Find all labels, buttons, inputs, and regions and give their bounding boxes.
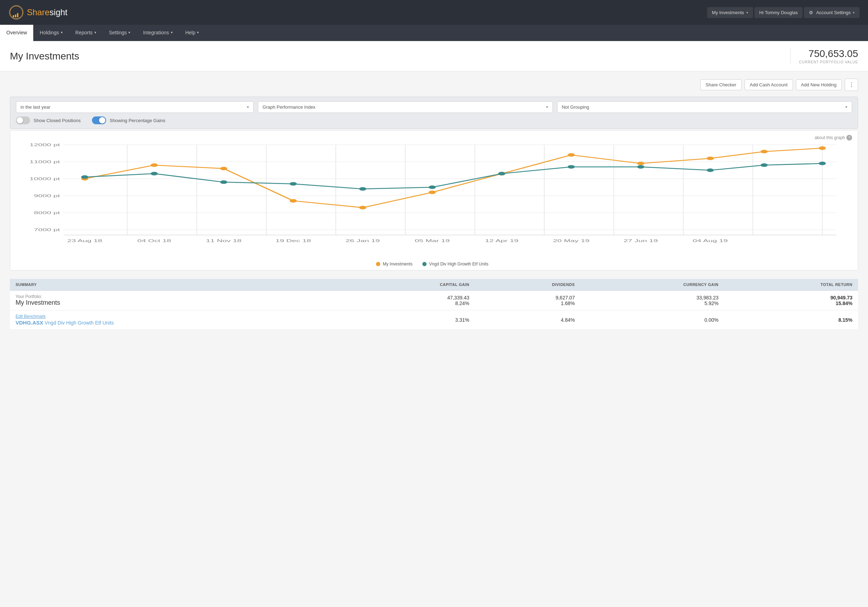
portfolio-label: CURRENT PORTFOLIO VALUE	[799, 60, 858, 64]
svg-point-58	[637, 165, 644, 168]
showing-percentage-toggle[interactable]	[92, 116, 106, 124]
svg-text:27 Jun 19: 27 Jun 19	[623, 239, 658, 243]
summary-table: SUMMARY CAPITAL GAIN DIVIDENDS CURRENCY …	[10, 279, 858, 329]
reports-arrow: ▾	[95, 30, 96, 34]
top-nav-right: My Investments ▾ Hi Tommy Douglas ⚙ Acco…	[707, 7, 860, 18]
my-investments-row: Your Portfolio: My Investments 47,339.43…	[10, 290, 858, 310]
my-investments-arrow: ▾	[746, 11, 748, 14]
svg-text:7000 pt: 7000 pt	[34, 228, 60, 232]
svg-text:26 Jan 19: 26 Jan 19	[346, 239, 380, 243]
benchmark-dividends-cell: 4.84%	[475, 310, 580, 329]
svg-text:9000 pt: 9000 pt	[34, 194, 60, 198]
svg-point-40	[220, 167, 227, 170]
svg-rect-2	[15, 14, 16, 17]
svg-point-56	[498, 172, 505, 175]
edit-benchmark-link[interactable]: Edit Benchmark	[16, 314, 343, 319]
toggle-row: Show Closed Positions Showing Percentage…	[16, 116, 852, 124]
svg-point-54	[359, 187, 366, 191]
time-range-arrow: ▾	[247, 105, 249, 109]
svg-text:8000 pt: 8000 pt	[34, 211, 60, 215]
showing-percentage-knob	[99, 117, 105, 124]
nav-integrations[interactable]: Integrations ▾	[136, 25, 178, 41]
nav-reports[interactable]: Reports ▾	[69, 25, 102, 41]
svg-point-43	[429, 190, 436, 194]
integrations-arrow: ▾	[171, 30, 173, 34]
logo-text: Sharesight	[27, 8, 68, 17]
svg-text:11 Nov 18: 11 Nov 18	[206, 239, 241, 243]
account-settings-button[interactable]: ⚙ Account Settings ▾	[804, 7, 860, 18]
currency-gain-header: CURRENCY GAIN	[580, 279, 724, 290]
svg-point-0	[9, 5, 23, 19]
portfolio-name-text: My Investments	[16, 299, 343, 306]
svg-text:19 Dec 18: 19 Dec 18	[276, 239, 311, 243]
time-range-select[interactable]: in the last year ▾	[16, 101, 254, 113]
graph-index-select[interactable]: Graph Performance Index ▾	[258, 101, 553, 113]
svg-text:12000 pt: 12000 pt	[30, 143, 60, 147]
page-header: My Investments 750,653.05 CURRENT PORTFO…	[0, 41, 868, 71]
grouping-select[interactable]: Not Grouping ▾	[557, 101, 852, 113]
logo-icon	[8, 5, 24, 20]
nav-help[interactable]: Help ▾	[179, 25, 206, 41]
filter-dropdowns-row: in the last year ▾ Graph Performance Ind…	[16, 101, 852, 113]
benchmark-row: Edit Benchmark VDHG.ASX Vngd Div High Gr…	[10, 310, 858, 329]
add-new-holding-button[interactable]: Add New Holding	[796, 79, 842, 90]
svg-point-53	[290, 182, 297, 185]
benchmark-currency-gain-cell: 0.00%	[580, 310, 724, 329]
svg-point-59	[707, 168, 714, 172]
svg-point-60	[761, 163, 767, 167]
account-settings-arrow: ▾	[853, 11, 854, 14]
svg-point-50	[81, 175, 88, 179]
settings-arrow: ▾	[129, 30, 130, 34]
share-checker-button[interactable]: Share Checker	[701, 79, 742, 90]
portfolio-name-cell: Your Portfolio: My Investments	[10, 290, 349, 310]
about-graph-link[interactable]: about this graph ?	[815, 135, 852, 141]
svg-text:20 May 19: 20 May 19	[553, 239, 590, 243]
nav-holdings[interactable]: Holdings ▾	[33, 25, 69, 41]
legend-my-investments: My Investments	[376, 262, 412, 267]
svg-point-57	[568, 165, 575, 168]
user-greeting-button[interactable]: Hi Tommy Douglas	[755, 7, 803, 18]
svg-text:05 Mar 19: 05 Mar 19	[415, 239, 450, 243]
add-cash-account-button[interactable]: Add Cash Account	[744, 79, 793, 90]
benchmark-capital-gain-cell: 3.31%	[349, 310, 475, 329]
show-closed-knob	[17, 117, 23, 124]
legend-dot-teal	[422, 262, 426, 266]
capital-gain-cell: 47,339.43 8.24%	[349, 290, 475, 310]
svg-point-52	[220, 180, 227, 184]
svg-text:23 Aug 18: 23 Aug 18	[67, 239, 102, 243]
graph-container: about this graph ? 12000 pt 1	[10, 130, 858, 270]
svg-point-51	[151, 172, 158, 175]
more-options-button[interactable]: ⋮	[845, 79, 858, 91]
nav-overview[interactable]: Overview	[0, 25, 33, 41]
svg-point-42	[359, 206, 366, 210]
svg-point-48	[761, 150, 767, 153]
summary-col-header: SUMMARY	[10, 279, 349, 290]
legend-dot-orange	[376, 262, 380, 266]
graph-index-arrow: ▾	[546, 105, 548, 109]
show-closed-toggle[interactable]	[16, 116, 30, 124]
portfolio-label-text: Your Portfolio:	[16, 294, 343, 299]
svg-point-49	[819, 146, 826, 150]
show-closed-label: Show Closed Positions	[34, 118, 81, 123]
dividends-header: DIVIDENDS	[475, 279, 580, 290]
grouping-arrow: ▾	[845, 105, 848, 109]
svg-text:12 Apr 19: 12 Apr 19	[485, 239, 518, 243]
logo[interactable]: Sharesight	[8, 5, 68, 20]
total-return-header: TOTAL RETURN	[724, 279, 858, 290]
portfolio-amount: 750,653.05	[799, 48, 858, 59]
toolbar: Share Checker Add Cash Account Add New H…	[10, 79, 858, 91]
svg-text:11000 pt: 11000 pt	[30, 160, 60, 164]
benchmark-ticker[interactable]: VDHG.ASX	[16, 320, 43, 326]
portfolio-value-section: 750,653.05 CURRENT PORTFOLIO VALUE	[790, 48, 858, 64]
svg-point-61	[819, 162, 826, 165]
nav-settings[interactable]: Settings ▾	[102, 25, 137, 41]
svg-rect-3	[17, 13, 19, 17]
showing-percentage-label: Showing Percentage Gains	[110, 118, 166, 123]
chart-legend: My Investments Vngd Div High Growth Etf …	[14, 262, 851, 267]
my-investments-button[interactable]: My Investments ▾	[707, 7, 753, 18]
summary-header-row: SUMMARY CAPITAL GAIN DIVIDENDS CURRENCY …	[10, 279, 858, 290]
performance-chart: 12000 pt 11000 pt 10000 pt 9000 pt 8000 …	[14, 138, 851, 258]
svg-text:04 Aug 19: 04 Aug 19	[693, 239, 728, 243]
nav-bar: Overview Holdings ▾ Reports ▾ Settings ▾…	[0, 25, 868, 41]
holdings-arrow: ▾	[61, 30, 63, 34]
